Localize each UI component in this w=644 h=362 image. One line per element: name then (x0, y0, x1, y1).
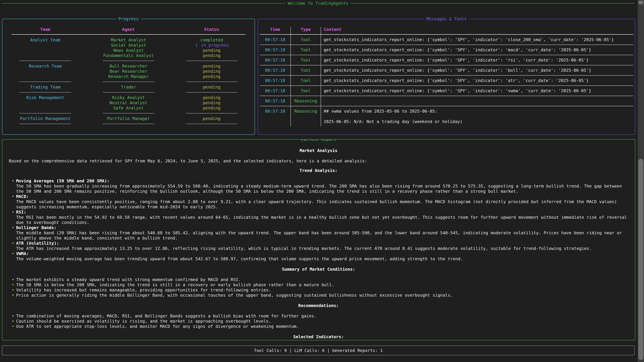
status-cell: pending (170, 84, 253, 90)
agent-cell: News Analyst (87, 48, 170, 53)
header-rule (12, 34, 246, 35)
message-time: 00:57:18 (260, 76, 291, 85)
report-bullet: •Bollinger Bands:The middle band (20 SMA… (12, 225, 628, 241)
team-cell: Analyst Team (4, 37, 87, 42)
messages-panel-title: Messages & Tools (424, 16, 469, 21)
content-line: get_stockstats_indicators_report_online:… (324, 68, 633, 73)
progress-row: Neutral Analystpending (4, 100, 253, 105)
banner-rule-right (351, 3, 634, 3)
bullet-text: The MACD values have been consistently p… (16, 199, 628, 210)
column-header-time: Time (260, 27, 291, 34)
spinner-icon: ⋮ (194, 43, 199, 48)
bullet-body: RSI:The RSI has been mostly in the 54.92… (16, 210, 628, 225)
message-row: 00:57:18Toolget_stockstats_indicators_re… (260, 76, 633, 86)
message-row: 00:57:18Toolget_stockstats_indicators_re… (260, 35, 633, 45)
report-bullet: •MACD:The MACD values have been consiste… (12, 194, 628, 210)
message-content: get_stockstats_indicators_report_online:… (321, 55, 633, 65)
section-heading: Selected Indicators: (9, 334, 628, 339)
message-type: Tool (291, 45, 321, 55)
agent-cell: Safe Analyst (87, 105, 170, 111)
progress-table: Team Agent Status Analyst TeamMarket Ana… (2, 19, 254, 126)
bullet-icon: • (12, 225, 16, 241)
bullet-icon: • (12, 241, 16, 251)
report-sections: Trend Analysis:•Moving Averages (50 SMA … (9, 168, 628, 339)
agent-cell: Trader (87, 84, 170, 90)
status-cell: pending (170, 63, 253, 69)
bullet-label: ATR (Volatility): (16, 241, 628, 246)
bullet-icon: • (12, 287, 16, 293)
bullet-text: The market exhibits a steady upward tren… (16, 277, 628, 282)
status-label: pending (203, 106, 220, 110)
content-line: get_stockstats_indicators_report_online:… (324, 37, 633, 42)
bullet-text: The 50 SMA has been gradually increasing… (16, 184, 628, 194)
bullet-icon: • (12, 210, 16, 225)
banner-title: Welcome to TradingAgents (288, 1, 348, 6)
progress-row: Safe Analystpending (4, 105, 253, 111)
status-label: pending (203, 48, 220, 53)
status-label: in_progress (201, 43, 229, 48)
message-time: 00:57:18 (260, 45, 291, 55)
column-header-team: Team (4, 27, 87, 32)
report-panel-title: Current Report (299, 139, 339, 142)
message-row: 00:57:18Toolget_stockstats_indicators_re… (260, 86, 633, 96)
bullet-text: Use ATR to set appropriate stop-loss lev… (16, 324, 628, 329)
bullet-icon: • (12, 324, 16, 329)
scrollbar-thumb[interactable] (638, 159, 643, 360)
message-row: 00:57:18Toolget_stockstats_indicators_re… (260, 65, 633, 76)
bullet-text: The ATR has increased from approximately… (16, 246, 628, 251)
message-content: get_stockstats_indicators_report_online:… (321, 86, 633, 96)
scrollbar[interactable] (638, 0, 644, 362)
report-bullet: •Use ATR to set appropriate stop-loss le… (12, 324, 628, 329)
message-type: Reasoning (291, 96, 321, 106)
bullet-icon: • (12, 293, 16, 298)
status-label: completed (200, 37, 223, 42)
status-label: pending (203, 64, 220, 68)
message-time: 00:57:18 (260, 55, 291, 65)
section-heading: Summary of Market Conditions: (9, 267, 628, 272)
bullet-body: The combination of moving averages, MACD… (16, 313, 628, 319)
status-cell: pending (170, 116, 253, 121)
bullet-body: Caution should be exercised as volatilit… (16, 319, 628, 324)
bullet-label: VWMA: (16, 251, 628, 256)
message-content: get_stockstats_indicators_report_online:… (321, 65, 633, 75)
report-bullet: •The combination of moving averages, MAC… (12, 313, 628, 319)
separator-segment (103, 124, 154, 124)
group-separator (4, 121, 253, 126)
separator-segment (20, 82, 71, 82)
bullet-list: •The market exhibits a steady upward tre… (12, 277, 628, 298)
bullet-body: Volatility has increased but remains man… (16, 287, 628, 293)
report-main-heading: Market Analysis (9, 148, 628, 153)
status-cell: pending (170, 95, 253, 100)
bullet-icon: • (12, 277, 16, 282)
scrollbar-top-button[interactable] (638, 0, 644, 5)
report-bullet: •The 50 SMA is below the 200 SMA, indica… (12, 282, 628, 287)
bullet-text: The RSI has been mostly in the 54.92 to … (16, 215, 628, 225)
message-content: get_stockstats_indicators_report_online:… (321, 76, 633, 85)
report-bullet: •Volatility has increased but remains ma… (12, 287, 628, 293)
bullet-label: MACD: (16, 194, 628, 199)
agent-cell: Portfolio Manager (87, 116, 170, 121)
status-label: pending (203, 85, 220, 89)
progress-panel: Progress Team Agent Status Analyst TeamM… (2, 19, 255, 135)
messages-table-header: Time Type Content (260, 27, 633, 35)
bullet-body: ATR (Volatility):The ATR has increased f… (16, 241, 628, 251)
separator-segment (103, 61, 154, 61)
bullet-body: Moving Averages (50 SMA and 200 SMA):The… (16, 178, 628, 194)
team-cell: Trading Team (4, 84, 87, 90)
messages-panel: Messages & Tools Time Type Content 00:57… (258, 19, 635, 135)
separator-segment (103, 92, 154, 92)
bullet-list: •The combination of moving averages, MAC… (12, 313, 628, 329)
message-row: 00:57:18Toolget_stockstats_indicators_re… (260, 45, 633, 55)
separator-segment (20, 113, 71, 113)
message-content: get_stockstats_indicators_report_online:… (321, 45, 633, 55)
bullet-icon: • (12, 282, 16, 287)
bullet-body: Bollinger Bands:The middle band (20 SMA)… (16, 225, 628, 241)
status-label: pending (203, 100, 220, 105)
report-intro: Based on the comprehensive data retrieve… (9, 158, 628, 164)
status-cell: pending (170, 100, 253, 105)
status-bar: Tool Calls: 9 | LLM Calls: 6 | Generated… (2, 346, 634, 355)
separator-segment (20, 61, 71, 61)
group-separator (4, 79, 253, 84)
team-cell (4, 105, 87, 111)
progress-table-header: Team Agent Status (4, 27, 253, 32)
